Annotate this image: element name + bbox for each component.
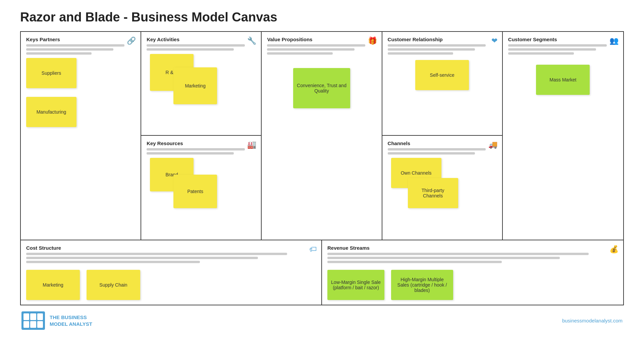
customer-relationship-inner: Customer Relationship ❤ Self-service xyxy=(382,32,502,136)
tag-icon: 🏷 xyxy=(309,245,317,254)
text-line xyxy=(147,48,234,51)
revenue-streams-text-lines xyxy=(327,253,618,263)
logo-cell xyxy=(37,313,43,320)
suppliers-sticky: Suppliers xyxy=(26,58,76,88)
mass-market-sticky: Mass Market xyxy=(536,65,590,95)
text-line xyxy=(388,148,486,150)
patents-sticky: Patents xyxy=(173,175,217,208)
customer-segments-cell: Customer Segments 👥 Mass Market xyxy=(503,32,623,240)
third-party-channels-sticky: Third-party Channels xyxy=(408,178,458,208)
heart-icon: ❤ xyxy=(491,37,497,45)
text-line xyxy=(267,48,354,51)
key-resources-inner: Key Resources 🏭 Brand Patents xyxy=(141,136,261,240)
value-propositions-cell: Value Propositions 🎁 Convenience, Trust … xyxy=(262,32,382,240)
text-line xyxy=(508,52,574,55)
logo-cell xyxy=(37,321,43,328)
page-title: Razor and Blade - Business Model Canvas xyxy=(20,10,624,24)
low-margin-sticky: Low-Margin Single Sale (platform / bait … xyxy=(327,270,384,300)
channels-title: Channels xyxy=(388,140,497,146)
text-line xyxy=(508,44,607,47)
revenue-streams-title: Revenue Streams xyxy=(327,245,618,251)
text-line xyxy=(327,261,502,263)
cost-structure-title: Cost Structure xyxy=(26,245,316,251)
key-resources-stickies: Brand Patents xyxy=(147,158,256,218)
footer-url: businessmodelanalyst.com xyxy=(562,318,623,323)
customer-segments-title: Customer Segments xyxy=(508,37,618,42)
text-line xyxy=(508,48,596,51)
text-line xyxy=(388,52,453,55)
text-line xyxy=(147,44,245,47)
key-activities-inner: Key Activities 🔧 R & D Marketing xyxy=(141,32,261,136)
cost-structure-text-lines xyxy=(26,253,316,263)
text-line xyxy=(26,257,258,259)
customer-segments-stickies: Mass Market xyxy=(508,65,618,95)
truck-icon: 🚚 xyxy=(488,140,497,149)
bottom-section: Cost Structure 🏷 Marketing Supply Chain … xyxy=(21,240,623,305)
channels-inner: Channels 🚚 Own Channels Third-party Chan… xyxy=(382,136,502,240)
marketing-activity-sticky: Marketing xyxy=(173,67,217,104)
cust-rel-text-lines xyxy=(388,44,497,55)
logo-cell xyxy=(23,321,29,328)
logo-cell xyxy=(23,313,29,320)
cost-structure-cell: Cost Structure 🏷 Marketing Supply Chain xyxy=(21,240,322,305)
text-line xyxy=(147,152,234,155)
value-prop-text-lines xyxy=(267,44,376,55)
keys-partners-text-lines xyxy=(26,44,135,55)
footer: THE BUSINESSMODEL ANALYST businessmodela… xyxy=(20,311,624,330)
link-icon: 🔗 xyxy=(127,37,136,45)
key-activities-title: Key Activities xyxy=(147,37,256,42)
text-line xyxy=(26,253,287,255)
business-model-canvas: Keys Partners 🔗 Suppliers Manufacturing … xyxy=(20,31,624,305)
keys-partners-title: Keys Partners xyxy=(26,37,135,42)
text-line xyxy=(267,52,332,55)
text-line xyxy=(388,152,475,155)
logo-cell xyxy=(30,321,36,328)
key-resources-title: Key Resources xyxy=(147,140,256,146)
channels-text-lines xyxy=(388,148,497,155)
cost-structure-stickies: Marketing Supply Chain xyxy=(26,270,316,300)
cust-seg-text-lines xyxy=(508,44,618,55)
customer-relationship-title: Customer Relationship xyxy=(388,37,497,42)
text-line xyxy=(26,52,92,55)
self-service-sticky: Self-service xyxy=(415,60,469,90)
text-line xyxy=(388,48,475,51)
cost-supply-chain-sticky: Supply Chain xyxy=(87,270,140,300)
value-propositions-title: Value Propositions xyxy=(267,37,376,42)
cost-marketing-sticky: Marketing xyxy=(26,270,80,300)
text-line xyxy=(26,48,113,51)
keys-partners-cell: Keys Partners 🔗 Suppliers Manufacturing xyxy=(21,32,141,240)
channels-stickies: Own Channels Third-party Channels xyxy=(388,158,497,222)
customer-relationship-stickies: Self-service xyxy=(388,60,497,90)
brand-name: THE BUSINESSMODEL ANALYST xyxy=(50,314,92,327)
customer-rel-channels-cell: Customer Relationship ❤ Self-service Cha… xyxy=(382,32,503,240)
high-margin-sticky: High-Margin Multiple Sales (cartridge / … xyxy=(391,270,453,300)
users-icon: 👥 xyxy=(609,37,619,45)
key-activities-text-lines xyxy=(147,44,256,51)
manufacturing-sticky: Manufacturing xyxy=(26,97,76,127)
wrench-icon: 🔧 xyxy=(247,37,256,45)
text-line xyxy=(388,44,486,47)
revenue-streams-stickies: Low-Margin Single Sale (platform / bait … xyxy=(327,270,618,300)
keys-partners-stickies: Suppliers Manufacturing xyxy=(26,58,135,127)
text-line xyxy=(26,44,124,47)
convenience-sticky: Convenience, Trust and Quality xyxy=(293,68,350,108)
gift-icon: 🎁 xyxy=(368,37,377,45)
text-line xyxy=(327,257,560,259)
revenue-streams-cell: Revenue Streams 💰 Low-Margin Single Sale… xyxy=(322,240,623,305)
logo-icon xyxy=(21,311,45,330)
top-section: Keys Partners 🔗 Suppliers Manufacturing … xyxy=(21,32,623,240)
logo-cell xyxy=(30,313,36,320)
footer-branding: THE BUSINESSMODEL ANALYST xyxy=(21,311,92,330)
key-activities-resources-cell: Key Activities 🔧 R & D Marketing Key Res… xyxy=(141,32,262,240)
key-resources-text-lines xyxy=(147,148,256,155)
value-prop-stickies: Convenience, Trust and Quality xyxy=(267,68,376,108)
text-line xyxy=(26,261,200,263)
text-line xyxy=(147,148,245,150)
money-bag-icon: 💰 xyxy=(609,245,619,254)
text-line xyxy=(267,44,365,47)
factory-icon: 🏭 xyxy=(247,140,256,149)
text-line xyxy=(327,253,589,255)
key-activities-stickies: R & D Marketing xyxy=(147,54,256,108)
